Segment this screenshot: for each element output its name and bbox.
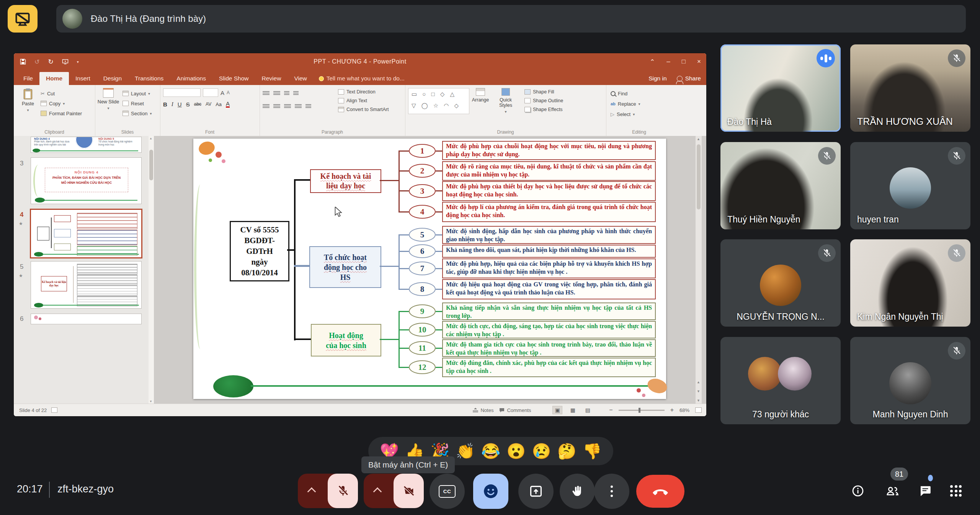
tile-huyen-tran[interactable]: huyen tran — [850, 142, 970, 229]
tab-home[interactable]: Home — [39, 72, 69, 85]
meeting-details-button[interactable] — [851, 484, 865, 498]
previous-slide-icon[interactable]: ▲ — [697, 380, 700, 384]
canvas-scrollbar-thumb[interactable] — [697, 144, 701, 209]
redo-icon[interactable]: ↻ — [48, 58, 53, 66]
camera-off-toggle[interactable] — [394, 474, 424, 508]
tile-dao-thi-ha[interactable]: Đào Thị Hà — [720, 44, 841, 132]
columns-icon[interactable] — [305, 104, 311, 109]
italic-button[interactable]: I — [172, 101, 173, 108]
shape-effects-button[interactable]: Shape Effects — [524, 106, 563, 113]
tab-insert[interactable]: Insert — [69, 72, 97, 85]
align-center-icon[interactable] — [273, 104, 280, 109]
change-case-button[interactable]: Aa — [216, 101, 222, 107]
panel-scrollbar-thumb[interactable] — [149, 150, 153, 180]
zoom-in-button[interactable]: + — [670, 407, 674, 414]
tile-nguyen-trong-n[interactable]: NGUYỄN TRỌNG N... — [720, 239, 841, 327]
shape-fill-button[interactable]: Shape Fill — [524, 88, 563, 95]
shape-outline-button[interactable]: Shape Outline — [524, 97, 563, 104]
canvas-scrollbar[interactable]: ▲ ▲ ▼ ▼ — [696, 136, 702, 404]
camera-button-off[interactable] — [364, 474, 424, 508]
tab-animations[interactable]: Animations — [170, 72, 212, 85]
more-options-button[interactable] — [594, 474, 629, 509]
close-icon[interactable]: × — [697, 58, 701, 66]
underline-button[interactable]: U — [178, 101, 182, 108]
spellcheck-icon[interactable] — [51, 407, 57, 413]
new-slide-button[interactable]: New Slide ▾ — [97, 88, 119, 123]
cut-button[interactable]: ✂Cut — [41, 90, 82, 97]
tab-file[interactable]: File — [17, 72, 39, 85]
tab-view[interactable]: View — [287, 72, 313, 85]
zoom-slider-thumb[interactable] — [639, 408, 640, 413]
slide-thumb-6[interactable] — [31, 314, 142, 324]
select-button[interactable]: ▷Select▾ — [611, 110, 640, 118]
next-slide-icon[interactable]: ▼ — [697, 389, 700, 393]
shapes-gallery[interactable]: ▭ ○ □ ◇ △ ▽ ◯ ☆ ◠ ◇ — [408, 88, 469, 114]
captions-button[interactable]: CC — [430, 474, 465, 509]
tile-kim-ngan-nguyen-thi[interactable]: Kim Ngân Nguyễn Thị — [850, 239, 970, 327]
reaction-cry[interactable]: 😢 — [532, 443, 551, 459]
strikethrough-button[interactable]: abc — [194, 101, 201, 107]
reset-button[interactable]: Reset — [122, 100, 152, 107]
line-spacing-icon[interactable] — [293, 91, 299, 96]
convert-smartart-button[interactable]: Convert to SmartArt — [338, 106, 389, 113]
mic-button-muted[interactable] — [298, 474, 358, 508]
font-name-input[interactable] — [163, 88, 201, 97]
panel-scroll-up-icon[interactable]: ▲ — [149, 137, 152, 140]
tab-transitions[interactable]: Transitions — [128, 72, 170, 85]
tile-tran-huong-xuan[interactable]: TRẦN HƯƠNG XUÂN — [850, 44, 970, 132]
replace-button[interactable]: abReplace▾ — [611, 100, 640, 108]
camera-options-chevron-icon[interactable] — [373, 487, 382, 496]
sign-in-button[interactable]: Sign in — [648, 75, 666, 82]
panel-scroll-down-icon[interactable]: ▼ — [149, 400, 152, 403]
character-spacing-button[interactable]: AV — [206, 101, 211, 107]
zoom-out-button[interactable]: − — [609, 407, 612, 414]
show-everyone-button[interactable] — [885, 484, 900, 498]
reaction-thumbs-down[interactable]: 👎 — [583, 443, 602, 459]
start-slideshow-icon[interactable] — [62, 59, 69, 65]
grow-font-button[interactable]: A — [220, 90, 224, 96]
shrink-font-button[interactable]: A — [227, 90, 230, 95]
text-direction-button[interactable]: Text Direction — [338, 88, 389, 95]
slide-thumb-5[interactable]: Kế hoạch và tài liệu dạy học — [31, 261, 142, 309]
layout-button[interactable]: Layout▾ — [122, 90, 152, 97]
section-button[interactable]: Section▾ — [122, 110, 152, 117]
tile-manh-nguyen-dinh[interactable]: Manh Nguyen Dinh — [850, 337, 970, 424]
slide-thumb-3[interactable]: NỘI DUNG 4 PHÂN TÍCH, ĐÁNH GIÁ BÀI HỌC D… — [31, 157, 142, 204]
paste-button[interactable]: Paste ▾ — [17, 88, 39, 123]
reaction-clap[interactable]: 👏 — [456, 443, 475, 459]
reaction-thinking[interactable]: 🤔 — [557, 443, 577, 459]
fit-slide-icon[interactable] — [695, 407, 702, 413]
format-painter-button[interactable]: Format Painter — [41, 110, 82, 117]
align-left-icon[interactable] — [263, 104, 270, 109]
slide-thumb-4-selected[interactable] — [30, 209, 142, 258]
numbering-icon[interactable] — [273, 91, 280, 96]
tile-73-others[interactable]: 73 người khác — [720, 337, 841, 424]
font-size-input[interactable] — [203, 88, 218, 97]
reaction-surprised[interactable]: 😮 — [506, 443, 526, 459]
chat-button[interactable] — [918, 484, 933, 498]
zoom-level[interactable]: 68% — [679, 407, 689, 413]
presentation-tile-icon[interactable] — [8, 5, 38, 33]
end-call-button[interactable] — [636, 475, 684, 508]
view-normal-button[interactable]: ▣ — [552, 406, 562, 414]
font-color-button[interactable]: A — [226, 101, 230, 108]
tell-me-box[interactable]: Tell me what you want to do... — [314, 72, 410, 85]
zoom-slider[interactable] — [619, 410, 665, 411]
comments-toggle[interactable]: Comments — [499, 407, 531, 413]
activities-button[interactable] — [949, 484, 963, 498]
align-right-icon[interactable] — [284, 104, 291, 109]
justify-icon[interactable] — [295, 104, 302, 109]
restore-icon[interactable]: □ — [682, 58, 686, 66]
bold-button[interactable]: B — [163, 101, 167, 108]
tab-review[interactable]: Review — [255, 72, 288, 85]
tile-thuy-hien-nguyen[interactable]: Thuý Hiền Nguyễn — [720, 142, 841, 229]
tab-slideshow[interactable]: Slide Show — [212, 72, 255, 85]
notes-toggle[interactable]: Notes — [473, 407, 493, 413]
present-screen-button[interactable] — [518, 474, 554, 509]
canvas-scroll-down-icon[interactable]: ▼ — [697, 399, 700, 402]
undo-icon[interactable]: ↺ — [34, 58, 39, 65]
align-text-button[interactable]: Align Text — [338, 97, 389, 104]
shadow-button[interactable]: S — [186, 101, 190, 108]
find-button[interactable]: Find — [611, 90, 640, 97]
tab-design[interactable]: Design — [97, 72, 128, 85]
